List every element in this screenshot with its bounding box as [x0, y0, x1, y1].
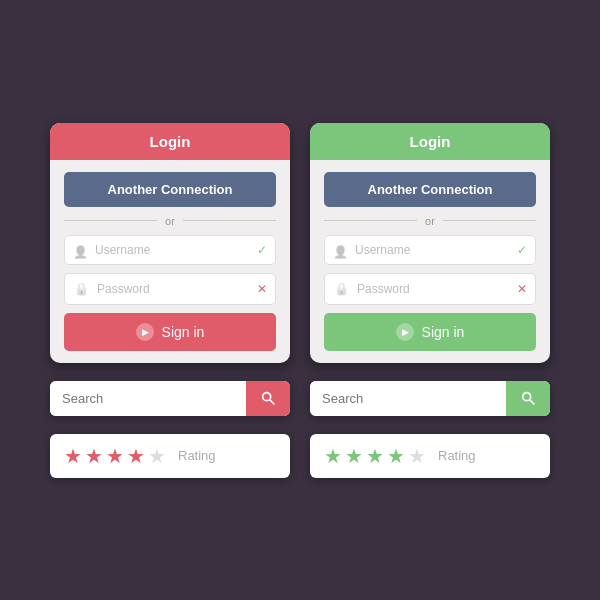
search-input-red[interactable] — [50, 381, 246, 416]
password-field-red[interactable]: Password ✕ — [64, 273, 276, 305]
login-header-green: Login — [310, 123, 550, 160]
password-placeholder-green: Password — [357, 282, 509, 296]
star-2-red[interactable]: ★ — [85, 444, 103, 468]
sign-in-button-red[interactable]: ▶ Sign in — [64, 313, 276, 351]
cards-row: Login Another Connection or Username ✓ — [50, 123, 550, 363]
stars-green: ★ ★ ★ ★ ★ — [324, 444, 426, 468]
username-placeholder-green: Username — [355, 243, 509, 257]
login-body-green: Another Connection or Username ✓ Passwor… — [310, 160, 550, 363]
another-connection-button-red[interactable]: Another Connection — [64, 172, 276, 207]
password-field-green[interactable]: Password ✕ — [324, 273, 536, 305]
or-text-green: or — [425, 215, 435, 227]
star-1-green[interactable]: ★ — [324, 444, 342, 468]
password-placeholder-red: Password — [97, 282, 249, 296]
search-button-green[interactable] — [506, 381, 550, 416]
login-body-red: Another Connection or Username ✓ Passwor… — [50, 160, 290, 363]
search-bar-green — [310, 381, 550, 416]
sign-in-button-green[interactable]: ▶ Sign in — [324, 313, 536, 351]
another-connection-button-green[interactable]: Another Connection — [324, 172, 536, 207]
login-title-red: Login — [150, 133, 191, 150]
svg-line-1 — [270, 400, 274, 404]
search-button-red[interactable] — [246, 381, 290, 416]
or-line-left-red — [64, 220, 157, 221]
search-icon-green — [520, 390, 536, 406]
or-line-right-green — [443, 220, 536, 221]
username-placeholder-red: Username — [95, 243, 249, 257]
rating-label-red: Rating — [178, 448, 216, 463]
or-text-red: or — [165, 215, 175, 227]
login-title-green: Login — [410, 133, 451, 150]
search-row — [50, 381, 550, 416]
user-icon-green — [333, 243, 347, 257]
or-divider-red: or — [64, 215, 276, 227]
username-field-red[interactable]: Username ✓ — [64, 235, 276, 265]
star-2-green[interactable]: ★ — [345, 444, 363, 468]
star-4-red[interactable]: ★ — [127, 444, 145, 468]
play-icon-green: ▶ — [396, 323, 414, 341]
user-icon-red — [73, 243, 87, 257]
search-icon-red — [260, 390, 276, 406]
star-5-green[interactable]: ★ — [408, 444, 426, 468]
rating-row: ★ ★ ★ ★ ★ Rating ★ ★ ★ ★ ★ Rating — [50, 434, 550, 478]
username-field-green[interactable]: Username ✓ — [324, 235, 536, 265]
rating-bar-green: ★ ★ ★ ★ ★ Rating — [310, 434, 550, 478]
rating-bar-red: ★ ★ ★ ★ ★ Rating — [50, 434, 290, 478]
login-header-red: Login — [50, 123, 290, 160]
password-status-green: ✕ — [517, 282, 527, 296]
star-1-red[interactable]: ★ — [64, 444, 82, 468]
password-status-red: ✕ — [257, 282, 267, 296]
username-status-red: ✓ — [257, 243, 267, 257]
login-card-green: Login Another Connection or Username ✓ — [310, 123, 550, 363]
or-line-left-green — [324, 220, 417, 221]
svg-line-3 — [530, 400, 534, 404]
main-container: Login Another Connection or Username ✓ — [50, 123, 550, 478]
stars-red: ★ ★ ★ ★ ★ — [64, 444, 166, 468]
lock-icon-red — [73, 281, 89, 297]
lock-icon-green — [333, 281, 349, 297]
search-input-green[interactable] — [310, 381, 506, 416]
or-line-right-red — [183, 220, 276, 221]
rating-label-green: Rating — [438, 448, 476, 463]
or-divider-green: or — [324, 215, 536, 227]
star-5-red[interactable]: ★ — [148, 444, 166, 468]
star-3-green[interactable]: ★ — [366, 444, 384, 468]
username-status-green: ✓ — [517, 243, 527, 257]
star-3-red[interactable]: ★ — [106, 444, 124, 468]
login-card-red: Login Another Connection or Username ✓ — [50, 123, 290, 363]
search-bar-red — [50, 381, 290, 416]
play-icon-red: ▶ — [136, 323, 154, 341]
star-4-green[interactable]: ★ — [387, 444, 405, 468]
